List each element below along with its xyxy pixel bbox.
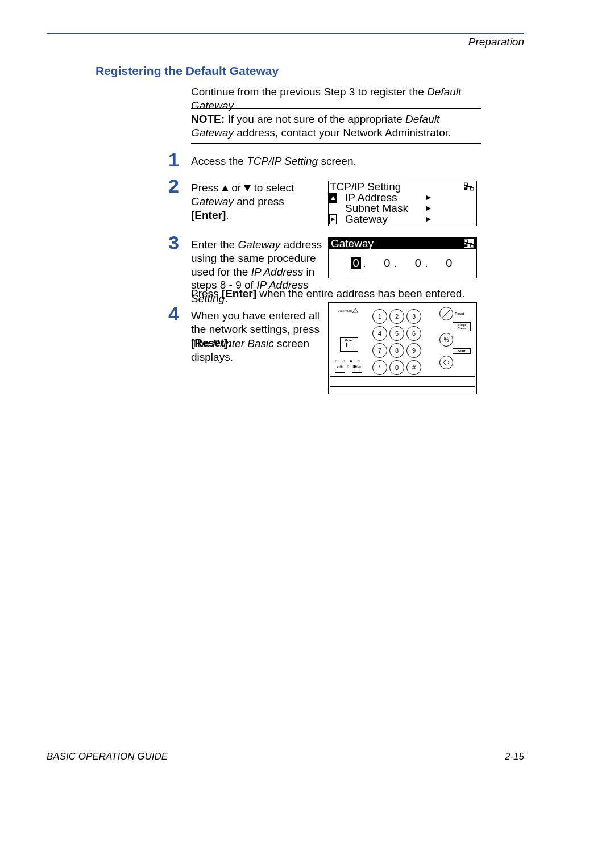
- text: If you are not sure of the appropriate: [225, 113, 405, 125]
- text: when the entire address has been entered…: [256, 287, 465, 299]
- reset-icon: [439, 307, 453, 320]
- keypad-panel: Attention Enter ○ ○ ● ○ ○ ○ ighter Darke…: [328, 302, 477, 394]
- text: Access the: [191, 155, 247, 167]
- octet-4: 0: [444, 257, 454, 269]
- enter-button[interactable]: Enter: [340, 337, 358, 352]
- step-3-number: 3: [168, 232, 179, 254]
- step-3-extra: Press [Enter] when the entire address ha…: [191, 287, 481, 300]
- network-icon: [464, 182, 474, 191]
- key-1[interactable]: 1: [372, 309, 387, 324]
- text-italic: TCP/IP Setting: [247, 155, 318, 167]
- step-4-text2: The Printer Basic screen displays.: [191, 337, 323, 364]
- octet-value: 0: [413, 257, 423, 269]
- reset-label: Reset: [455, 312, 464, 315]
- start-indicator: [439, 356, 472, 369]
- key-2[interactable]: 2: [389, 309, 404, 324]
- key-3[interactable]: 3: [406, 309, 421, 324]
- text: .: [226, 209, 229, 221]
- octet-value: 0: [382, 257, 392, 269]
- reset-button[interactable]: Reset: [439, 307, 472, 320]
- lcd2-title: Gateway: [331, 237, 374, 250]
- stopclear-label: Stop/ Clear: [457, 323, 466, 330]
- key-9[interactable]: 9: [406, 343, 421, 358]
- numeric-keypad: 1 2 3 4 5 6 7 8 9 * 0 #: [372, 309, 422, 376]
- note-block: NOTE: If you are not sure of the appropr…: [191, 107, 481, 144]
- step-2-text: Press or to select Gateway and press [En…: [191, 181, 322, 222]
- text-bold: [Enter]: [191, 209, 226, 221]
- attention-indicator: Attention: [333, 308, 364, 313]
- text-bold: [Enter]: [222, 287, 256, 299]
- attention-label: Attention: [338, 309, 352, 312]
- octet-1: 0.: [351, 257, 366, 270]
- text: Press: [191, 182, 222, 194]
- step-1-text: Access the TCP/IP Setting screen.: [191, 155, 475, 168]
- select-indicator: [329, 214, 337, 224]
- text: and press: [234, 195, 284, 207]
- footer-right: 2-15: [505, 751, 524, 762]
- page-header-right: Preparation: [468, 36, 524, 48]
- text: Enter the: [191, 239, 238, 251]
- lighter-label: ighter: [337, 365, 344, 368]
- note-label: NOTE:: [191, 113, 225, 125]
- step-1-number: 1: [168, 149, 179, 171]
- octet-active: 0: [351, 257, 361, 269]
- key-0[interactable]: 0: [389, 360, 404, 375]
- text: screen.: [318, 155, 356, 167]
- text: Gateway: [345, 213, 388, 226]
- key-hash[interactable]: #: [406, 360, 421, 375]
- key-7[interactable]: 7: [372, 343, 387, 358]
- text: to select: [251, 182, 294, 194]
- darker-button[interactable]: Darker: [352, 365, 362, 373]
- footer-left: BASIC OPERATION GUIDE: [47, 751, 168, 762]
- text-italic: Printer Basic: [213, 337, 274, 349]
- chevron-right-icon: [426, 217, 431, 222]
- start-button[interactable]: Start: [453, 348, 471, 354]
- text-italic: Gateway: [238, 239, 280, 251]
- start-icon: [439, 356, 453, 369]
- lcd-gateway-entry: Gateway 0. 0. 0. 0: [328, 237, 477, 278]
- percent-icon: %: [439, 333, 453, 347]
- text: or: [229, 182, 244, 194]
- lcd1-item-subnet: Subnet Mask: [337, 203, 476, 214]
- text: address, contact your Network Administra…: [234, 127, 451, 139]
- step-2-number: 2: [168, 175, 179, 197]
- octet-value: 0: [444, 257, 454, 269]
- key-4[interactable]: 4: [372, 326, 387, 341]
- key-6[interactable]: 6: [406, 326, 421, 341]
- lighter-button[interactable]: ighter: [335, 365, 345, 373]
- chevron-right-icon: [426, 195, 431, 200]
- up-arrow-icon: [222, 185, 229, 191]
- scroll-up-indicator: [329, 193, 337, 203]
- start-label: Start: [458, 349, 466, 353]
- text-italic: IP Address: [251, 266, 304, 278]
- down-arrow-icon: [244, 185, 251, 191]
- key-5[interactable]: 5: [389, 326, 404, 341]
- octet-2: 0.: [382, 257, 397, 270]
- key-8[interactable]: 8: [389, 343, 404, 358]
- lcd1-item-ipaddress: IP Address: [337, 192, 476, 203]
- text: Continue from the previous Step 3 to reg…: [191, 86, 427, 98]
- chevron-right-icon: [426, 206, 431, 211]
- lcd1-item-gateway: Gateway: [337, 214, 476, 224]
- step-4-number: 4: [168, 303, 179, 325]
- attention-icon: [352, 308, 358, 313]
- enter-icon: [346, 343, 352, 347]
- text: Press: [191, 287, 222, 299]
- lcd-tcpip-setting: TCP/IP Setting IP Address Subnet Mask Ga…: [328, 181, 477, 226]
- key-star[interactable]: *: [372, 360, 387, 375]
- percent-button[interactable]: %: [439, 333, 472, 347]
- network-icon: [464, 239, 474, 248]
- text: When you have entered all the network se…: [191, 310, 320, 335]
- text-italic: Gateway: [191, 195, 234, 207]
- enter-label: Enter: [341, 339, 358, 342]
- section-title: Registering the Default Gateway: [96, 64, 279, 78]
- octet-3: 0.: [413, 257, 428, 270]
- darker-label: Darker: [352, 365, 361, 368]
- text: The: [191, 337, 213, 349]
- stopclear-button[interactable]: Stop/ Clear: [453, 322, 471, 331]
